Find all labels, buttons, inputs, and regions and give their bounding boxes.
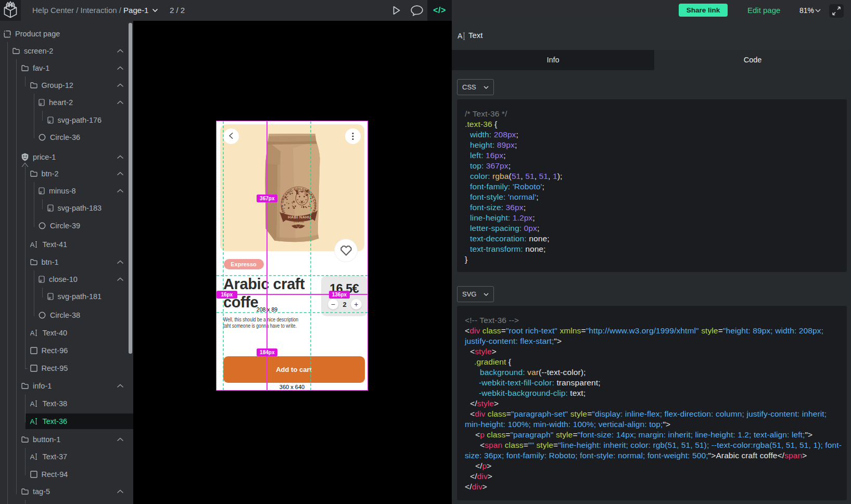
svg-text:A: A — [30, 453, 35, 460]
svg-text:A: A — [30, 418, 35, 425]
svg-text:A: A — [30, 241, 35, 248]
svg-text:A: A — [30, 400, 35, 407]
svg-text:A: A — [458, 32, 463, 40]
svg-text:A: A — [30, 329, 35, 337]
